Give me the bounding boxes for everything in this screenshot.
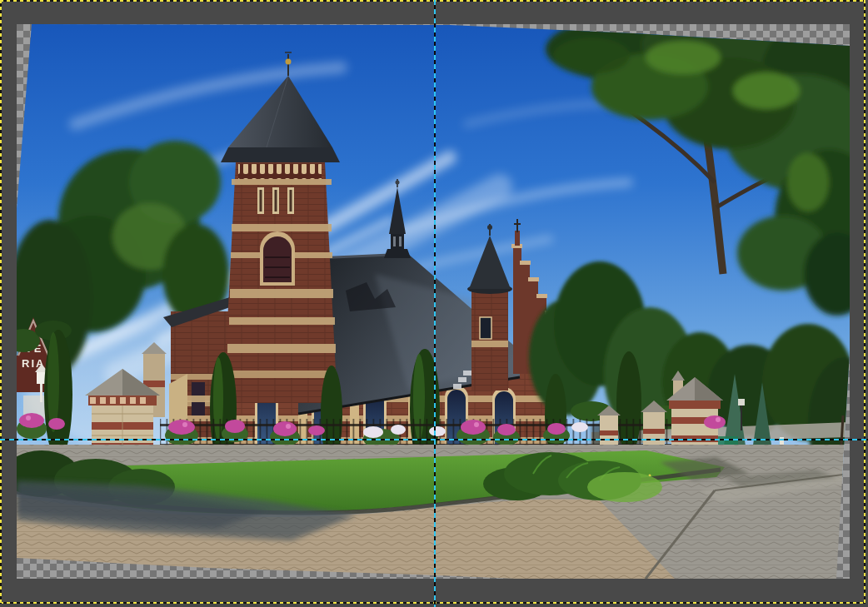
vertical-guide[interactable] (434, 0, 436, 607)
editor-canvas-viewport: VE RIA (0, 0, 868, 607)
layer-boundary-left (0, 0, 2, 604)
image-canvas[interactable]: VE RIA (17, 24, 850, 579)
church-photo-layer[interactable]: VE RIA (17, 24, 850, 579)
layer-boundary-bottom (0, 602, 866, 604)
tower-arched-window (260, 231, 295, 286)
layer-boundary-right (864, 0, 866, 604)
horizontal-guide[interactable] (0, 439, 868, 440)
layer-boundary-top (0, 0, 866, 2)
tower-slit-windows (257, 187, 294, 214)
